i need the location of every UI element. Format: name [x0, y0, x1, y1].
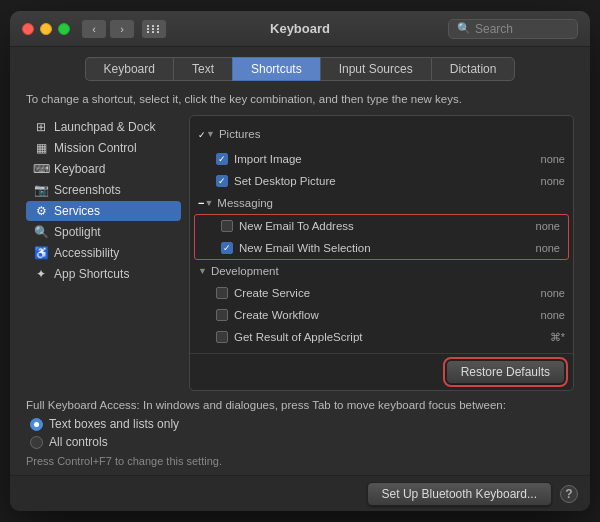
restore-defaults-button[interactable]: Restore Defaults — [446, 360, 565, 384]
nav-buttons: ‹ › — [82, 20, 166, 38]
check-icon: ✓ — [218, 155, 226, 164]
get-result-key: ⌘* — [525, 331, 565, 344]
create-service-label: Create Service — [234, 287, 521, 299]
import-image-checkbox[interactable]: ✓ — [216, 153, 228, 165]
new-email-sel-checkbox[interactable]: ✓ — [221, 242, 233, 254]
sidebar-label-accessibility: Accessibility — [54, 246, 119, 260]
sidebar-item-keyboard[interactable]: ⌨ Keyboard — [26, 159, 181, 179]
sidebar-item-app-shortcuts[interactable]: ✦ App Shortcuts — [26, 264, 181, 284]
ctrl-hint: Press Control+F7 to change this setting. — [26, 455, 574, 467]
sidebar-label-app-shortcuts: App Shortcuts — [54, 267, 129, 281]
tab-text[interactable]: Text — [173, 57, 232, 81]
radio-all-controls[interactable]: All controls — [30, 435, 574, 449]
set-desktop-label: Set Desktop Picture — [234, 175, 521, 187]
radio-text-boxes[interactable]: Text boxes and lists only — [30, 417, 574, 431]
titlebar: ‹ › Keyboard 🔍 — [10, 11, 590, 47]
instruction-text: To change a shortcut, select it, click t… — [26, 91, 574, 107]
bottom-bar: Set Up Bluetooth Keyboard... ? — [10, 475, 590, 511]
section-messaging[interactable]: − ▼ Messaging — [190, 192, 573, 214]
sidebar-item-screenshots[interactable]: 📷 Screenshots — [26, 180, 181, 200]
row-import-image[interactable]: ✓ Import Image none — [190, 148, 573, 170]
app-shortcuts-icon: ✦ — [34, 267, 48, 281]
tab-shortcuts[interactable]: Shortcuts — [232, 57, 320, 81]
section-development[interactable]: ▼ Development — [190, 260, 573, 282]
create-service-key: none — [525, 287, 565, 299]
get-result-label: Get Result of AppleScript — [234, 331, 521, 343]
sidebar-item-launchpad[interactable]: ⊞ Launchpad & Dock — [26, 117, 181, 137]
fka-section: Full Keyboard Access: In windows and dia… — [10, 391, 590, 475]
sidebar-item-spotlight[interactable]: 🔍 Spotlight — [26, 222, 181, 242]
tab-dictation[interactable]: Dictation — [431, 57, 516, 81]
spotlight-icon: 🔍 — [34, 225, 48, 239]
keyboard-window: ‹ › Keyboard 🔍 Keyboard Text Shortcuts I… — [10, 11, 590, 511]
pictures-checkbox[interactable]: ✓ — [198, 128, 206, 140]
row-get-result[interactable]: Get Result of AppleScript ⌘* — [190, 326, 573, 348]
section-pictures[interactable]: ✓ ▼ Pictures — [190, 120, 573, 148]
check-icon: ✓ — [198, 130, 206, 140]
sidebar: ⊞ Launchpad & Dock ▦ Mission Control ⌨ K… — [26, 115, 181, 391]
sidebar-label-services: Services — [54, 204, 100, 218]
traffic-lights — [22, 23, 70, 35]
set-desktop-checkbox[interactable]: ✓ — [216, 175, 228, 187]
triangle-icon: ▼ — [204, 198, 213, 208]
row-new-email-selection[interactable]: ✓ New Email With Selection none — [195, 237, 568, 259]
radio-all-controls-circle[interactable] — [30, 436, 43, 449]
sidebar-item-accessibility[interactable]: ♿ Accessibility — [26, 243, 181, 263]
check-icon: ✓ — [223, 244, 231, 253]
help-button[interactable]: ? — [560, 485, 578, 503]
shortcuts-list[interactable]: ✓ ▼ Pictures ✓ Import Image none — [190, 116, 573, 353]
row-set-desktop[interactable]: ✓ Set Desktop Picture none — [190, 170, 573, 192]
services-icon: ⚙ — [34, 204, 48, 218]
sidebar-label-spotlight: Spotlight — [54, 225, 101, 239]
triangle-icon: ▼ — [206, 129, 215, 139]
import-image-label: Import Image — [234, 153, 521, 165]
tab-keyboard[interactable]: Keyboard — [85, 57, 173, 81]
radio-all-controls-label: All controls — [49, 435, 108, 449]
sidebar-item-services[interactable]: ⚙ Services — [26, 201, 181, 221]
main-content: To change a shortcut, select it, click t… — [10, 81, 590, 391]
row-create-workflow[interactable]: Create Workflow none — [190, 304, 573, 326]
create-workflow-checkbox[interactable] — [216, 309, 228, 321]
section-messaging-label: Messaging — [217, 197, 273, 209]
create-service-checkbox[interactable] — [216, 287, 228, 299]
radio-text-boxes-circle[interactable] — [30, 418, 43, 431]
new-email-sel-label: New Email With Selection — [239, 242, 516, 254]
highlight-section: New Email To Address none ✓ New Email Wi… — [194, 214, 569, 260]
sidebar-label-keyboard: Keyboard — [54, 162, 105, 176]
section-development-label: Development — [211, 265, 279, 277]
sidebar-label-launchpad: Launchpad & Dock — [54, 120, 155, 134]
new-email-addr-key: none — [520, 220, 560, 232]
search-box[interactable]: 🔍 — [448, 19, 578, 39]
search-icon: 🔍 — [457, 22, 471, 35]
maximize-button[interactable] — [58, 23, 70, 35]
screenshots-icon: 📷 — [34, 183, 48, 197]
tabs-bar: Keyboard Text Shortcuts Input Sources Di… — [10, 47, 590, 81]
keyboard-icon: ⌨ — [34, 162, 48, 176]
minimize-button[interactable] — [40, 23, 52, 35]
get-result-checkbox[interactable] — [216, 331, 228, 343]
main-panel: ⊞ Launchpad & Dock ▦ Mission Control ⌨ K… — [26, 115, 574, 391]
row-create-service[interactable]: Create Service none — [190, 282, 573, 304]
forward-button[interactable]: › — [110, 20, 134, 38]
new-email-addr-checkbox[interactable] — [221, 220, 233, 232]
new-email-sel-key: none — [520, 242, 560, 254]
row-new-email-address[interactable]: New Email To Address none — [195, 215, 568, 237]
close-button[interactable] — [22, 23, 34, 35]
radio-group: Text boxes and lists only All controls — [30, 417, 574, 449]
sidebar-label-screenshots: Screenshots — [54, 183, 121, 197]
launchpad-icon: ⊞ — [34, 120, 48, 134]
triangle-icon: ▼ — [198, 266, 207, 276]
window-title: Keyboard — [270, 21, 330, 36]
sidebar-item-mission[interactable]: ▦ Mission Control — [26, 138, 181, 158]
sidebar-label-mission: Mission Control — [54, 141, 137, 155]
create-workflow-label: Create Workflow — [234, 309, 521, 321]
accessibility-icon: ♿ — [34, 246, 48, 260]
new-email-addr-label: New Email To Address — [239, 220, 516, 232]
search-input[interactable] — [475, 22, 569, 36]
mission-icon: ▦ — [34, 141, 48, 155]
check-icon: ✓ — [218, 177, 226, 186]
bluetooth-button[interactable]: Set Up Bluetooth Keyboard... — [367, 482, 552, 506]
grid-button[interactable] — [142, 20, 166, 38]
tab-input-sources[interactable]: Input Sources — [320, 57, 431, 81]
back-button[interactable]: ‹ — [82, 20, 106, 38]
